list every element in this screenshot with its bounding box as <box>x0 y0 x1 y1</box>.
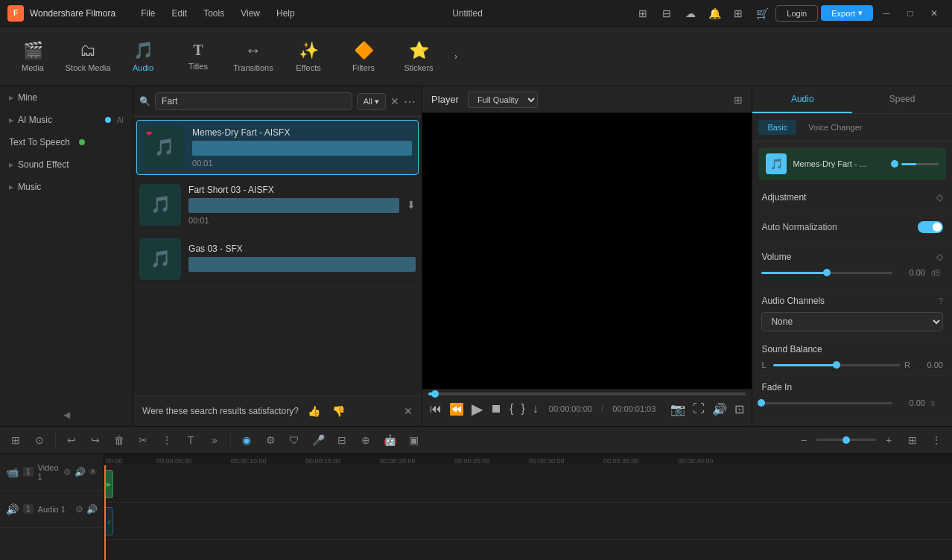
volume-button[interactable]: 🔊 <box>711 401 729 418</box>
toolbar-stickers[interactable]: ⭐ Stickers <box>392 31 445 83</box>
tl-mixer-button[interactable]: ⊟ <box>332 430 352 450</box>
menu-view[interactable]: View <box>233 5 267 22</box>
tl-delete-button[interactable]: 🗑 <box>110 430 129 450</box>
volume-thumb[interactable] <box>823 269 831 276</box>
video-track-volume-icon[interactable]: 🔊 <box>74 467 86 477</box>
tl-connect-button[interactable]: ⊕ <box>356 430 375 450</box>
tl-magnet-button[interactable]: ⊙ <box>30 430 49 450</box>
adjustment-icon[interactable]: ◇ <box>936 192 943 203</box>
audio-track-settings-icon[interactable]: ⚙ <box>75 504 83 515</box>
tl-settings-button[interactable]: ⚙ <box>261 430 280 450</box>
player-expand-button[interactable]: ⊞ <box>734 94 743 106</box>
toolbar-more-button[interactable]: › <box>447 31 465 83</box>
tl-more-button[interactable]: » <box>205 430 224 450</box>
tl-text-button[interactable]: T <box>181 430 200 450</box>
menu-tools[interactable]: Tools <box>196 5 232 22</box>
progress-bar[interactable] <box>428 392 746 395</box>
audio-item[interactable]: ❤ 🎵 Memes-Dry Fart - AISFX 00:01 <box>136 120 419 175</box>
playhead[interactable]: ▼ <box>104 465 106 560</box>
filmora-icon-5[interactable]: ⊞ <box>728 3 749 24</box>
tl-more2-button[interactable]: ⋮ <box>927 430 946 450</box>
audio-item[interactable]: 🎵 Gas 03 - SFX <box>133 232 422 287</box>
feedback-thumbs-up-button[interactable]: 👍 <box>305 404 323 419</box>
tab-speed[interactable]: Speed <box>852 86 952 113</box>
login-button[interactable]: Login <box>775 5 818 22</box>
search-more-button[interactable]: ⋯ <box>404 95 416 109</box>
video-track-eye-icon[interactable]: 👁 <box>89 467 98 477</box>
video-track-settings-icon[interactable]: ⚙ <box>63 467 72 477</box>
menu-help[interactable]: Help <box>269 5 302 22</box>
search-input[interactable] <box>155 92 352 110</box>
filmora-icon-3[interactable]: ☁ <box>680 3 701 24</box>
tl-grid-button[interactable]: ⊞ <box>903 430 922 450</box>
fade-in-thumb[interactable] <box>758 399 765 407</box>
add-to-timeline-button[interactable]: ↓ <box>531 401 540 417</box>
tl-zoom-out-button[interactable]: − <box>794 430 813 450</box>
toolbar-filters[interactable]: 🔶 Filters <box>337 31 390 83</box>
sidebar-item-mine[interactable]: ▶ Mine <box>0 86 133 109</box>
audio-channels-select[interactable]: None <box>761 312 943 331</box>
tl-mic-button[interactable]: 🎤 <box>308 430 328 450</box>
filmora-icon-4[interactable]: 🔔 <box>704 3 725 24</box>
tl-shield-button[interactable]: 🛡 <box>285 430 304 450</box>
sound-balance-section: Sound Balance L R 0.00 <box>752 338 952 376</box>
balance-thumb[interactable] <box>833 361 840 369</box>
fullscreen-button[interactable]: ⛶ <box>691 401 706 417</box>
search-filter-dropdown[interactable]: All ▾ <box>357 93 386 110</box>
tl-overlay-button[interactable]: ▣ <box>404 430 423 450</box>
feedback-thumbs-down-button[interactable]: 👎 <box>329 404 348 419</box>
sidebar-item-music[interactable]: ▶ Music <box>0 176 133 198</box>
skip-back-button[interactable]: ⏮ <box>428 401 443 417</box>
sidebar-item-ai-music[interactable]: ▶ AI Music AI <box>0 109 133 131</box>
search-close-button[interactable]: ✕ <box>390 95 399 107</box>
stop-button[interactable]: ⏹ <box>489 401 504 417</box>
menu-edit[interactable]: Edit <box>165 5 195 22</box>
toolbar-stock-media[interactable]: 🗂 Stock Media <box>61 31 115 83</box>
quality-select[interactable]: Full Quality <box>468 92 538 108</box>
audio-track-volume-icon[interactable]: 🔊 <box>86 504 98 515</box>
mark-in-button[interactable]: { <box>508 401 515 417</box>
auto-normalization-toggle[interactable] <box>918 221 943 233</box>
filmora-icon-6[interactable]: 🛒 <box>752 3 772 24</box>
toolbar-audio[interactable]: 🎵 Audio <box>116 31 170 83</box>
fade-in-slider[interactable] <box>761 402 892 404</box>
frame-back-button[interactable]: ⏪ <box>448 401 466 418</box>
volume-slider[interactable] <box>761 272 892 274</box>
tab-audio[interactable]: Audio <box>752 86 852 113</box>
subtab-basic[interactable]: Basic <box>758 120 796 135</box>
export-dropdown-icon[interactable]: ▾ <box>858 8 863 18</box>
left-panel-collapse-button[interactable]: ◀ <box>0 404 133 426</box>
tl-play-mode-button[interactable]: ◉ <box>237 430 256 450</box>
toolbar-transitions[interactable]: ↔ Transitions <box>226 31 280 83</box>
close-button[interactable]: ✕ <box>924 3 945 24</box>
feedback-close-button[interactable]: ✕ <box>404 405 413 417</box>
filmora-icon-2[interactable]: ⊟ <box>656 3 677 24</box>
tl-redo-button[interactable]: ↪ <box>86 430 105 450</box>
subtab-voice-changer[interactable]: Voice Changer <box>799 120 871 135</box>
toolbar-media[interactable]: 🎬 Media <box>6 31 60 83</box>
toolbar-effects[interactable]: ✨ Effects <box>282 31 335 83</box>
tl-undo-button[interactable]: ↩ <box>62 430 81 450</box>
minimize-button[interactable]: ─ <box>876 3 897 24</box>
volume-icon[interactable]: ◇ <box>936 252 943 262</box>
download-icon[interactable]: ⬇ <box>407 199 416 211</box>
filmora-icon-1[interactable]: ⊞ <box>632 3 653 24</box>
tl-zoom-slider[interactable] <box>816 439 876 441</box>
zoom-fit-button[interactable]: ⊡ <box>733 401 746 418</box>
menu-file[interactable]: File <box>133 5 162 22</box>
tl-split-button[interactable]: ⋮ <box>157 430 177 450</box>
tl-zoom-in-button[interactable]: + <box>879 430 898 450</box>
audio-item[interactable]: 🎵 Fart Short 03 - AISFX 00:01 ⬇ <box>133 178 422 232</box>
export-button[interactable]: Export ▾ <box>821 5 873 21</box>
tl-cut-button[interactable]: ✂ <box>133 430 153 450</box>
snapshot-button[interactable]: 📷 <box>669 401 687 418</box>
sidebar-item-sound-effect[interactable]: ▶ Sound Effect <box>0 153 133 176</box>
maximize-button[interactable]: □ <box>900 3 921 24</box>
mark-out-button[interactable]: } <box>519 401 526 417</box>
sound-balance-slider[interactable] <box>773 364 900 366</box>
tl-add-track-button[interactable]: ⊞ <box>6 430 25 450</box>
sidebar-item-text-to-speech[interactable]: Text To Speech <box>0 131 133 153</box>
tl-ai-button[interactable]: 🤖 <box>380 430 399 450</box>
toolbar-titles[interactable]: T Titles <box>171 31 225 83</box>
play-button[interactable]: ▶ <box>470 398 484 419</box>
